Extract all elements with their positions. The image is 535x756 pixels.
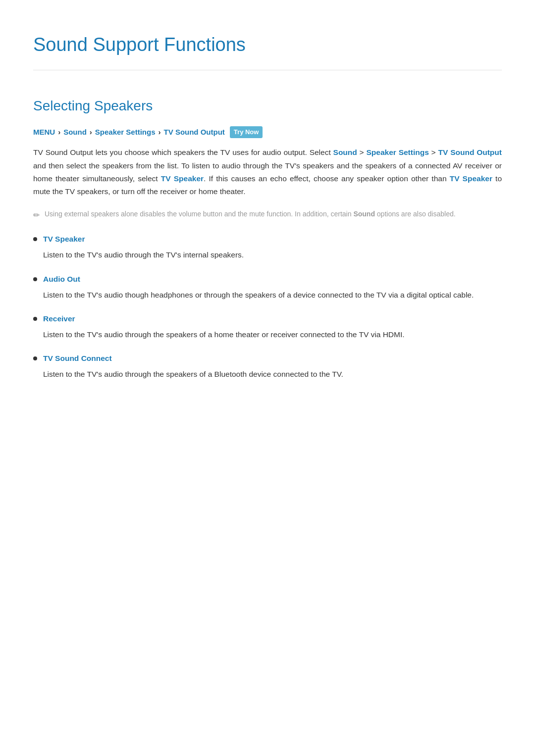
bullet-desc-tv-sound-connect: Listen to the TV's audio through the spe…	[43, 368, 502, 381]
bullet-title-receiver: Receiver	[43, 313, 502, 325]
page-title: Sound Support Functions	[33, 30, 502, 70]
note-icon: ✏	[33, 209, 40, 222]
breadcrumb-sound: Sound	[63, 126, 87, 138]
breadcrumb: MENU › Sound › Speaker Settings › TV Sou…	[33, 126, 502, 139]
intro-paragraph: TV Sound Output lets you choose which sp…	[33, 146, 502, 198]
breadcrumb-tv-sound-output: TV Sound Output	[164, 126, 225, 138]
breadcrumb-sep-2: ›	[90, 126, 92, 138]
link-sound: Sound	[333, 148, 357, 156]
bullet-desc-receiver: Listen to the TV's audio through the spe…	[43, 328, 502, 341]
bullet-dot	[33, 237, 37, 241]
bullet-dot	[33, 277, 37, 281]
link-tv-speaker-2: TV Speaker	[450, 174, 492, 183]
bullet-title-tv-sound-connect: TV Sound Connect	[43, 353, 502, 365]
note-box: ✏ Using external speakers alone disables…	[33, 208, 502, 222]
list-item: Audio Out Listen to the TV's audio thoug…	[33, 273, 502, 301]
bullet-title-audio-out: Audio Out	[43, 273, 502, 286]
breadcrumb-sep-3: ›	[159, 126, 161, 138]
bullet-desc-tv-speaker: Listen to the TV's audio through the TV'…	[43, 249, 502, 261]
bullet-dot	[33, 317, 37, 321]
list-item: TV Speaker Listen to the TV's audio thro…	[33, 233, 502, 261]
link-tv-speaker-1: TV Speaker	[161, 174, 204, 183]
speaker-options-list: TV Speaker Listen to the TV's audio thro…	[33, 233, 502, 380]
link-speaker-settings: Speaker Settings	[366, 148, 428, 156]
bullet-desc-audio-out: Listen to the TV's audio though headphon…	[43, 289, 502, 302]
bullet-dot	[33, 356, 37, 360]
bullet-content-audio-out: Audio Out Listen to the TV's audio thoug…	[43, 273, 502, 301]
bullet-title-tv-speaker: TV Speaker	[43, 233, 502, 246]
list-item: TV Sound Connect Listen to the TV's audi…	[33, 353, 502, 380]
bullet-content-tv-sound-connect: TV Sound Connect Listen to the TV's audi…	[43, 353, 502, 380]
bullet-content-tv-speaker: TV Speaker Listen to the TV's audio thro…	[43, 233, 502, 261]
bullet-content-receiver: Receiver Listen to the TV's audio throug…	[43, 313, 502, 341]
note-text: Using external speakers alone disables t…	[45, 208, 456, 219]
list-item: Receiver Listen to the TV's audio throug…	[33, 313, 502, 341]
link-tv-sound-output: TV Sound Output	[438, 148, 502, 156]
breadcrumb-menu: MENU	[33, 126, 55, 138]
section-title: Selecting Speakers	[33, 95, 502, 117]
try-now-badge[interactable]: Try Now	[230, 126, 263, 139]
breadcrumb-sep-1: ›	[58, 126, 60, 138]
breadcrumb-speaker-settings: Speaker Settings	[95, 126, 156, 138]
